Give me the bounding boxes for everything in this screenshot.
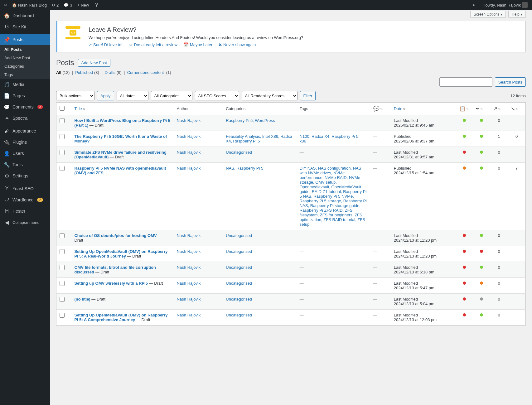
menu-yoast-seo[interactable]: YYoast SEO [0,183,50,194]
add-new-button[interactable]: Add New Post [78,59,110,67]
row-checkbox[interactable] [60,281,65,286]
row-checkbox[interactable] [60,297,65,302]
category-link[interactable]: Uncategorised [226,233,252,238]
menu-media[interactable]: 🎵Media [0,79,50,90]
author-link[interactable]: Nash Rajovik [177,166,201,171]
submenu-categories[interactable]: Categories [0,62,50,70]
updates-link[interactable]: ↻ 2 [50,3,60,7]
author-link[interactable]: Nash Rajovik [177,281,201,286]
col-comments[interactable]: 💬⇅ [370,103,391,115]
col-readability[interactable]: ✒⇅ [472,103,490,115]
author-link[interactable]: Nash Rajovik [177,134,201,139]
comments-link[interactable]: 💬 3 [62,3,74,7]
author-link[interactable]: Nash Rajovik [177,297,201,301]
submenu-tags[interactable]: Tags [0,70,50,79]
row-checkbox[interactable] [60,118,65,123]
submenu-all-posts[interactable]: All Posts [0,45,50,54]
new-link[interactable]: + New [75,3,91,7]
category-link[interactable]: Uncategorised [226,249,252,254]
screen-options-button[interactable]: Screen Options ▾ [470,11,506,18]
readability-select[interactable]: All Readability Scores [242,91,297,100]
menu-comments[interactable]: 💬Comments3 [0,101,50,113]
author-link[interactable]: Nash Rajovik [177,118,201,123]
menu-users[interactable]: 👤Users [0,148,50,159]
post-title-link[interactable]: OMV file formats, bitrot and file corrup… [74,265,156,274]
notice-link-never[interactable]: ✖ Never show again [219,42,256,47]
menu-posts[interactable]: 📌Posts [0,34,50,45]
select-all-checkbox[interactable] [60,106,65,111]
sparkle-icon[interactable]: ✦ [470,3,477,7]
menu-plugins[interactable]: 🔌Plugins [0,137,50,148]
categories-select[interactable]: All Categories [151,91,192,100]
category-link[interactable]: Uncategorised [226,150,252,155]
collapse-menu[interactable]: ◀Collapse menu [0,217,50,228]
yoast-topbar-icon[interactable] [92,2,101,8]
col-seo[interactable]: 📋⇅ [456,103,473,115]
table-row: Choice of OS ubuntu/pios for hosting OMV… [56,230,526,246]
menu-dashboard[interactable]: 🏠Dashboard [0,10,50,21]
post-title-link[interactable]: Setting Up OpenMediaVault (OMV) on Raspb… [74,313,167,322]
bulk-actions-select[interactable]: Bulk actions [56,91,94,100]
row-checkbox[interactable] [60,265,65,270]
row-checkbox[interactable] [60,313,65,318]
post-title-link[interactable]: Setting up OMV wirelessly with a RPI5 [74,281,148,286]
menu-hester[interactable]: HHester [0,205,50,217]
seo-select[interactable]: All SEO Scores [195,91,239,100]
submenu-add-new-post[interactable]: Add New Post [0,54,50,62]
dates-select[interactable]: All dates [117,91,148,100]
menu-wordfence[interactable]: 🛡Wordfence2 [0,194,50,205]
author-link[interactable]: Nash Rajovik [177,249,201,254]
category-link[interactable]: Uncategorised [226,281,252,286]
menu-spectra[interactable]: ✴Spectra [0,113,50,124]
col-title[interactable]: Title⇅ [71,103,173,115]
menu-tools[interactable]: 🔧Tools [0,159,50,170]
author-link[interactable]: Nash Rajovik [177,265,201,270]
filter-button[interactable]: Filter [300,91,316,100]
notice-link-later[interactable]: 📅 Maybe Later [184,42,212,47]
category-link[interactable]: Raspberry Pi 5, WordPress [226,118,275,123]
filter-published[interactable]: Published [75,70,93,75]
help-button[interactable]: Help ▾ [508,11,526,18]
search-input[interactable] [439,77,492,87]
author-link[interactable]: Nash Rajovik [177,313,201,317]
row-checkbox[interactable] [60,150,65,155]
col-links-in[interactable]: ↘⇅ [508,103,525,115]
filter-all[interactable]: All [56,70,61,75]
category-link[interactable]: Feasibility Analysis, Intel X86, Radxa X… [226,134,292,143]
site-link[interactable]: 🏠 Nash Raj's Blog [10,3,49,7]
row-checkbox[interactable] [60,134,65,139]
row-checkbox[interactable] [60,233,65,238]
post-title-link[interactable]: Setting Up OpenMediaVault (OMV) on Raspb… [74,249,167,258]
account-link[interactable]: Howdy, Nash Rajovik [481,2,530,8]
menu-settings[interactable]: ⚙Settings [0,170,50,181]
col-date[interactable]: Date⇅ [391,103,456,115]
comments-cell: — [373,134,377,139]
search-posts-button[interactable]: Search Posts [495,77,526,87]
tag-link[interactable]: N100, Radxa X4, Raspberry Pi 5, x86 [300,134,360,143]
filter-drafts[interactable]: Drafts [105,70,116,75]
menu-pages[interactable]: 📄Pages [0,90,50,101]
menu-site-kit[interactable]: GSite Kit [0,21,50,32]
apply-button[interactable]: Apply [97,91,114,100]
category-link[interactable]: Uncategorised [226,297,252,301]
post-title-link[interactable]: Choice of OS ubuntu/pios for hosting OMV [74,233,157,238]
notice-link-love[interactable]: ↗ Sure! I'd love to! [89,42,123,47]
row-checkbox[interactable] [60,249,65,254]
notice-link-already[interactable]: ☺ I've already left a review [129,42,177,47]
readability-dot [480,119,483,122]
row-checkbox[interactable] [60,166,65,171]
menu-appearance[interactable]: 🖌Appearance [0,125,50,137]
category-link[interactable]: Uncategorised [226,265,252,270]
filter-cornerstone[interactable]: Cornerstone content [127,70,164,75]
tag-link[interactable]: DIY NAS, NAS configuration, NAS with NVM… [300,166,367,227]
author-link[interactable]: Nash Rajovik [177,150,201,155]
post-title-link[interactable]: (no title) [74,297,90,301]
menu-label: Posts [12,37,23,42]
author-link[interactable]: Nash Rajovik [177,233,201,238]
post-title-link[interactable]: The Raspberry Pi 5 16GB: Worth It or a W… [74,134,167,143]
wp-logo-icon[interactable] [2,2,9,8]
category-link[interactable]: Uncategorised [226,313,252,317]
post-title-link[interactable]: Raspberry Pi 5 NVMe NAS with openmediava… [74,166,166,175]
col-links-out[interactable]: ↗⇅ [490,103,508,115]
category-link[interactable]: NAS, Raspberry Pi 5 [226,166,263,171]
